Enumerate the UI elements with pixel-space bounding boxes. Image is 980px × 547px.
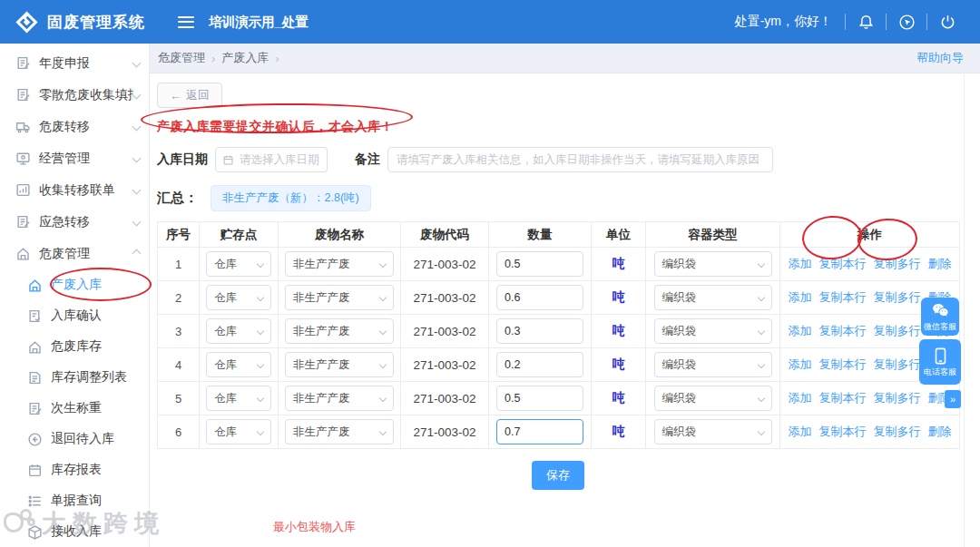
waste-name-select[interactable]: 非生产产废 [285,386,394,411]
date-input[interactable] [240,153,320,166]
quantity-input[interactable] [496,386,583,411]
unit-label: 吨 [612,390,625,405]
unit-label: 吨 [612,424,625,438]
sidebar-subitem-icon [27,278,43,293]
add-row-link[interactable]: 添加 [789,324,812,337]
sidebar-item[interactable]: 危废转移 [0,111,149,142]
phone-service-button[interactable]: 电话客服 [919,339,961,385]
table-row: 2 仓库 非生产产废 271-003-02 吨 编织袋 添加复制本行复制多行删除 [158,281,960,315]
quantity-input[interactable] [496,318,583,344]
chevron-down-icon [257,294,264,301]
breadcrumb-item[interactable]: 产废入库 [221,50,269,66]
copy-rows-link[interactable]: 复制多行 [874,290,921,304]
add-row-link[interactable]: 添加 [789,257,812,270]
copy-row-link[interactable]: 复制本行 [819,425,867,438]
add-row-link[interactable]: 添加 [789,391,812,405]
table-header-row: 序号贮存点废物名称废物代码数量单位容器类型操作 [158,222,960,248]
storage-select[interactable]: 仓库 [206,419,271,444]
sidebar-subitem-icon [27,524,43,540]
sidebar-subitem[interactable]: 接收入库 [0,516,149,547]
calendar-icon [222,154,234,166]
summary-badge: 非生产产废（新）：2.8(吨) [211,185,371,211]
sidebar-subitem[interactable]: 单据查询 [0,485,149,516]
sidebar-item[interactable]: 应急转移 [0,206,149,238]
add-row-link[interactable]: 添加 [789,357,812,371]
remark-input[interactable] [387,147,773,172]
copy-rows-link[interactable]: 复制多行 [874,324,921,337]
copy-rows-link[interactable]: 复制多行 [874,357,921,371]
help-guide-link[interactable]: 帮助向导 [916,50,964,66]
storage-select[interactable]: 仓库 [206,285,271,310]
copy-row-link[interactable]: 复制本行 [819,391,867,405]
container-select[interactable]: 编织袋 [654,419,772,444]
chevron-down-icon [257,327,264,335]
wechat-service-button[interactable]: 微信客服 [921,298,959,336]
waste-table: 序号贮存点废物名称废物代码数量单位容器类型操作 1 仓库 非生产产废 271-0… [157,221,960,449]
breadcrumb: 危废管理 › 产废入库 › 帮助向导 [150,44,980,73]
copy-row-link[interactable]: 复制本行 [819,357,867,371]
sidebar-subitem[interactable]: 退回待入库 [0,424,149,454]
storage-select[interactable]: 仓库 [206,386,271,411]
waste-name-select[interactable]: 非生产产废 [285,251,394,277]
copy-rows-link[interactable]: 复制多行 [874,425,921,438]
row-index: 2 [175,291,181,305]
waste-name-select[interactable]: 非生产产废 [285,352,394,377]
storage-select[interactable]: 仓库 [206,318,271,344]
quantity-input[interactable] [496,352,583,377]
back-button[interactable]: ← 返回 [157,83,222,108]
back-arrow-icon: ← [170,89,181,103]
copy-row-link[interactable]: 复制本行 [819,290,867,304]
sidebar-item[interactable]: 收集转移联单 [0,174,149,206]
sidebar-subitem[interactable]: 库存报表 [0,454,149,485]
table-row: 4 仓库 非生产产废 271-003-02 吨 编织袋 添加复制本行复制多行删除 [158,348,960,382]
row-index: 6 [175,425,181,439]
container-select[interactable]: 编织袋 [654,285,772,310]
sidebar-item[interactable]: 零散危废收集填报 [0,79,149,111]
sidebar-subitem[interactable]: 产废入库 [0,269,149,300]
sidebar-item[interactable]: 年度申报 [0,47,149,79]
add-row-link[interactable]: 添加 [789,425,812,438]
sidebar-subitem[interactable]: 入库确认 [0,300,149,331]
sidebar-subitem[interactable]: 库存调整列表 [0,362,149,393]
copy-rows-link[interactable]: 复制多行 [874,257,921,270]
date-picker[interactable] [215,147,328,172]
waste-name-select[interactable]: 非生产产废 [285,419,394,444]
sidebar-subitem[interactable]: 危废库存 [0,331,149,362]
waste-name-select[interactable]: 非生产产废 [285,318,394,344]
app-header: 固废管理系统 培训演示用_处置 处置-ym，你好！ [0,0,980,44]
table-row: 1 仓库 非生产产废 271-003-02 吨 编织袋 添加复制本行复制多行删除 [158,248,960,281]
sidebar-item[interactable]: 危废管理 [0,238,149,269]
sidebar-item[interactable]: 经营管理 [0,142,149,174]
save-button[interactable]: 保存 [532,461,584,490]
add-row-link[interactable]: 添加 [789,290,812,304]
breadcrumb-item[interactable]: 危废管理 [158,50,205,66]
sidebar-subitem[interactable]: 次生称重 [0,393,149,424]
scrollbar-track[interactable] [964,44,965,547]
chevron-down-icon [379,260,387,268]
menu-toggle-icon[interactable] [178,16,194,28]
quantity-input[interactable] [496,285,583,310]
logout-power-icon[interactable] [927,11,967,33]
sidebar-item-label: 经营管理 [39,151,90,167]
container-select[interactable]: 编织袋 [654,318,772,344]
wechat-icon [931,301,950,320]
sidebar-item-icon [15,87,31,103]
table-header-cell: 单位 [592,222,646,248]
copy-row-link[interactable]: 复制本行 [819,324,867,337]
collapse-panel-button[interactable]: » [945,390,961,408]
container-select[interactable]: 编织袋 [654,352,772,377]
copy-rows-link[interactable]: 复制多行 [874,391,921,405]
notification-bell-icon[interactable] [846,11,886,33]
delete-row-link[interactable]: 删除 [928,257,952,270]
storage-select[interactable]: 仓库 [206,352,271,377]
storage-select[interactable]: 仓库 [206,251,271,277]
quantity-input[interactable] [496,251,583,277]
copy-row-link[interactable]: 复制本行 [819,257,867,270]
screen-share-icon[interactable] [887,11,926,33]
container-select[interactable]: 编织袋 [654,251,772,277]
quantity-input[interactable] [496,419,583,444]
container-select[interactable]: 编织袋 [654,386,772,411]
delete-row-link[interactable]: 删除 [928,425,952,438]
waste-name-select[interactable]: 非生产产废 [285,285,394,310]
sidebar-item-icon [15,182,31,198]
